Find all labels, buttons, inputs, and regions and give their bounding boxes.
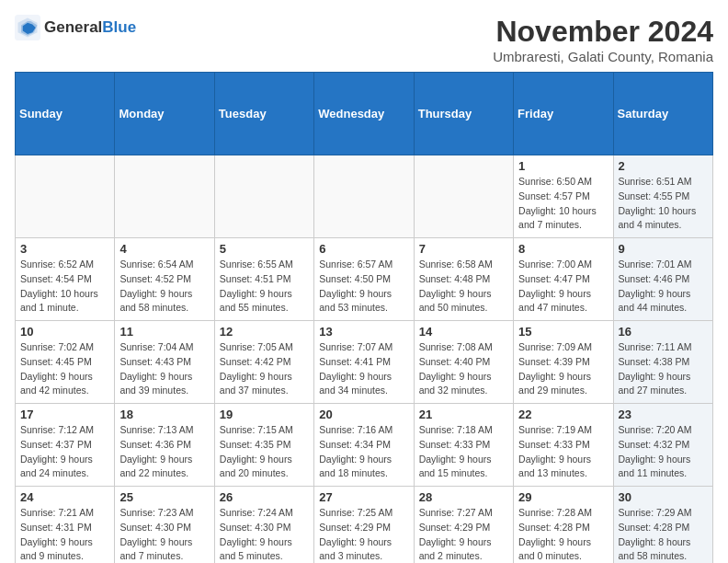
- calendar-cell: 5Sunrise: 6:55 AMSunset: 4:51 PMDaylight…: [214, 238, 313, 321]
- day-number: 10: [20, 325, 109, 339]
- day-number: 15: [518, 325, 608, 339]
- calendar-cell: 21Sunrise: 7:18 AMSunset: 4:33 PMDayligh…: [414, 404, 513, 487]
- day-info: Sunrise: 6:52 AMSunset: 4:54 PMDaylight:…: [20, 258, 109, 316]
- day-number: 7: [419, 242, 508, 256]
- day-number: 14: [419, 325, 508, 339]
- day-info: Sunrise: 7:15 AMSunset: 4:35 PMDaylight:…: [220, 423, 309, 481]
- day-info: Sunrise: 7:07 AMSunset: 4:41 PMDaylight:…: [319, 340, 408, 398]
- calendar-cell: 25Sunrise: 7:23 AMSunset: 4:30 PMDayligh…: [115, 487, 214, 564]
- weekday-header-sunday: Sunday: [16, 73, 115, 155]
- location-subtitle: Umbraresti, Galati County, Romania: [493, 49, 713, 64]
- calendar-cell: 18Sunrise: 7:13 AMSunset: 4:36 PMDayligh…: [115, 404, 214, 487]
- day-info: Sunrise: 7:18 AMSunset: 4:33 PMDaylight:…: [419, 423, 508, 481]
- day-number: 3: [20, 242, 109, 256]
- day-info: Sunrise: 7:12 AMSunset: 4:37 PMDaylight:…: [20, 423, 109, 481]
- calendar-cell: 16Sunrise: 7:11 AMSunset: 4:38 PMDayligh…: [613, 321, 712, 404]
- day-info: Sunrise: 6:54 AMSunset: 4:52 PMDaylight:…: [119, 258, 209, 316]
- day-info: Sunrise: 7:16 AMSunset: 4:34 PMDaylight:…: [319, 423, 408, 481]
- day-number: 27: [319, 490, 408, 504]
- day-number: 25: [119, 490, 209, 504]
- calendar-table: SundayMondayTuesdayWednesdayThursdayFrid…: [15, 72, 713, 563]
- calendar-cell: 20Sunrise: 7:16 AMSunset: 4:34 PMDayligh…: [314, 404, 414, 487]
- calendar-week-row: 24Sunrise: 7:21 AMSunset: 4:31 PMDayligh…: [16, 487, 713, 564]
- day-info: Sunrise: 7:02 AMSunset: 4:45 PMDaylight:…: [20, 340, 109, 398]
- day-info: Sunrise: 7:29 AMSunset: 4:28 PMDaylight:…: [619, 506, 708, 563]
- day-number: 26: [220, 490, 309, 504]
- day-number: 20: [319, 408, 408, 421]
- calendar-cell: [414, 155, 513, 238]
- calendar-cell: 8Sunrise: 7:00 AMSunset: 4:47 PMDaylight…: [514, 238, 613, 321]
- calendar-cell: 13Sunrise: 7:07 AMSunset: 4:41 PMDayligh…: [314, 321, 414, 404]
- calendar-cell: [214, 155, 313, 238]
- calendar-cell: 17Sunrise: 7:12 AMSunset: 4:37 PMDayligh…: [16, 404, 115, 487]
- day-number: 12: [220, 325, 309, 339]
- day-number: 16: [619, 325, 708, 339]
- calendar-cell: 6Sunrise: 6:57 AMSunset: 4:50 PMDaylight…: [314, 238, 414, 321]
- weekday-header-monday: Monday: [115, 73, 214, 155]
- day-info: Sunrise: 6:57 AMSunset: 4:50 PMDaylight:…: [319, 258, 408, 316]
- day-info: Sunrise: 7:23 AMSunset: 4:30 PMDaylight:…: [119, 506, 209, 563]
- day-number: 21: [419, 408, 508, 421]
- logo-icon: [15, 15, 40, 40]
- day-info: Sunrise: 7:09 AMSunset: 4:39 PMDaylight:…: [518, 340, 608, 398]
- calendar-cell: 3Sunrise: 6:52 AMSunset: 4:54 PMDaylight…: [16, 238, 115, 321]
- day-number: 6: [319, 242, 408, 256]
- calendar-cell: 30Sunrise: 7:29 AMSunset: 4:28 PMDayligh…: [613, 487, 712, 564]
- day-number: 2: [619, 159, 708, 173]
- day-number: 30: [619, 490, 708, 504]
- calendar-cell: 19Sunrise: 7:15 AMSunset: 4:35 PMDayligh…: [214, 404, 313, 487]
- weekday-header-wednesday: Wednesday: [314, 73, 414, 155]
- day-info: Sunrise: 7:24 AMSunset: 4:30 PMDaylight:…: [220, 506, 309, 563]
- logo-text: General Blue: [44, 18, 136, 37]
- title-block: November 2024 Umbraresti, Galati County,…: [493, 15, 713, 64]
- calendar-cell: 12Sunrise: 7:05 AMSunset: 4:42 PMDayligh…: [214, 321, 313, 404]
- weekday-header-saturday: Saturday: [613, 73, 712, 155]
- day-info: Sunrise: 7:01 AMSunset: 4:46 PMDaylight:…: [619, 258, 708, 316]
- calendar-cell: 22Sunrise: 7:19 AMSunset: 4:33 PMDayligh…: [514, 404, 613, 487]
- day-info: Sunrise: 7:21 AMSunset: 4:31 PMDaylight:…: [20, 506, 109, 563]
- day-number: 24: [20, 490, 109, 504]
- calendar-cell: [115, 155, 214, 238]
- day-info: Sunrise: 6:50 AMSunset: 4:57 PMDaylight:…: [518, 175, 608, 233]
- weekday-header-tuesday: Tuesday: [214, 73, 313, 155]
- calendar-cell: 28Sunrise: 7:27 AMSunset: 4:29 PMDayligh…: [414, 487, 513, 564]
- day-number: 8: [518, 242, 608, 256]
- calendar-cell: 24Sunrise: 7:21 AMSunset: 4:31 PMDayligh…: [16, 487, 115, 564]
- calendar-cell: 27Sunrise: 7:25 AMSunset: 4:29 PMDayligh…: [314, 487, 414, 564]
- day-number: 22: [518, 408, 608, 421]
- calendar-header-row: SundayMondayTuesdayWednesdayThursdayFrid…: [16, 73, 713, 155]
- day-info: Sunrise: 7:04 AMSunset: 4:43 PMDaylight:…: [119, 340, 209, 398]
- day-number: 11: [119, 325, 209, 339]
- calendar-week-row: 17Sunrise: 7:12 AMSunset: 4:37 PMDayligh…: [16, 404, 713, 487]
- day-number: 19: [220, 408, 309, 421]
- day-info: Sunrise: 7:05 AMSunset: 4:42 PMDaylight:…: [220, 340, 309, 398]
- calendar-cell: 7Sunrise: 6:58 AMSunset: 4:48 PMDaylight…: [414, 238, 513, 321]
- day-info: Sunrise: 6:55 AMSunset: 4:51 PMDaylight:…: [220, 258, 309, 316]
- calendar-cell: 10Sunrise: 7:02 AMSunset: 4:45 PMDayligh…: [16, 321, 115, 404]
- calendar-cell: [16, 155, 115, 238]
- calendar-cell: 2Sunrise: 6:51 AMSunset: 4:55 PMDaylight…: [613, 155, 712, 238]
- day-info: Sunrise: 7:13 AMSunset: 4:36 PMDaylight:…: [119, 423, 209, 481]
- calendar-cell: 23Sunrise: 7:20 AMSunset: 4:32 PMDayligh…: [613, 404, 712, 487]
- day-info: Sunrise: 6:58 AMSunset: 4:48 PMDaylight:…: [419, 258, 508, 316]
- calendar-cell: 14Sunrise: 7:08 AMSunset: 4:40 PMDayligh…: [414, 321, 513, 404]
- calendar-cell: [314, 155, 414, 238]
- calendar-week-row: 1Sunrise: 6:50 AMSunset: 4:57 PMDaylight…: [16, 155, 713, 238]
- calendar-cell: 26Sunrise: 7:24 AMSunset: 4:30 PMDayligh…: [214, 487, 313, 564]
- day-info: Sunrise: 7:11 AMSunset: 4:38 PMDaylight:…: [619, 340, 708, 398]
- day-info: Sunrise: 6:51 AMSunset: 4:55 PMDaylight:…: [619, 175, 708, 233]
- day-info: Sunrise: 7:08 AMSunset: 4:40 PMDaylight:…: [419, 340, 508, 398]
- weekday-header-friday: Friday: [514, 73, 613, 155]
- day-number: 1: [518, 159, 608, 173]
- day-number: 23: [619, 408, 708, 421]
- day-number: 13: [319, 325, 408, 339]
- day-number: 5: [220, 242, 309, 256]
- day-number: 28: [419, 490, 508, 504]
- calendar-cell: 9Sunrise: 7:01 AMSunset: 4:46 PMDaylight…: [613, 238, 712, 321]
- day-number: 29: [518, 490, 608, 504]
- day-number: 17: [20, 408, 109, 421]
- month-title: November 2024: [493, 15, 713, 49]
- page-header: General Blue November 2024 Umbraresti, G…: [15, 15, 713, 64]
- weekday-header-thursday: Thursday: [414, 73, 513, 155]
- day-number: 18: [119, 408, 209, 421]
